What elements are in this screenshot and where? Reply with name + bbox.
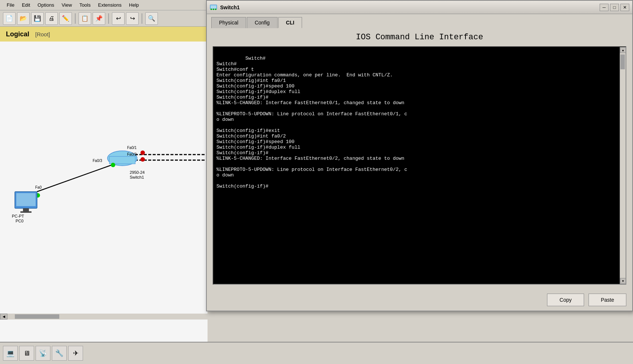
menu-file[interactable]: File — [3, 1, 18, 9]
scroll-thumb-h[interactable] — [15, 314, 59, 319]
copy-cli-button[interactable]: Copy — [547, 294, 584, 306]
new-button[interactable]: 📄 — [3, 12, 16, 25]
copy-button[interactable]: 📋 — [79, 12, 91, 25]
root-label: [Root] — [35, 31, 50, 37]
svg-rect-15 — [16, 193, 36, 206]
undo-button[interactable]: ↩ — [112, 12, 125, 25]
iconbar-btn1[interactable]: 💻 — [3, 346, 18, 361]
zoom-button[interactable]: 🔍 — [145, 12, 158, 25]
terminal-container[interactable]: Switch# Switch# Switch#conf t Enter conf… — [213, 46, 626, 285]
svg-text:Switch1: Switch1 — [130, 175, 144, 179]
cli-terminal[interactable]: Switch# Switch# Switch#conf t Enter conf… — [213, 47, 620, 284]
cli-output: Switch# Switch# Switch#conf t Enter conf… — [216, 56, 407, 189]
svg-text:PC0: PC0 — [16, 219, 23, 223]
minimize-button[interactable]: ─ — [600, 4, 609, 11]
svg-point-5 — [111, 163, 115, 167]
dialog-titlebar: Switch1 ─ □ ✕ — [207, 1, 632, 14]
svg-rect-4 — [109, 156, 135, 164]
iconbar-btn5[interactable]: ✈ — [68, 346, 83, 361]
app: File Edit Options View Tools Extensions … — [0, 0, 633, 364]
svg-text:Fa0/2: Fa0/2 — [127, 152, 137, 156]
workspace-header: Logical [Root] — [0, 27, 208, 42]
iconbar-btn3[interactable]: 📡 — [36, 346, 50, 361]
svg-point-24 — [213, 9, 214, 10]
network-canvas[interactable]: 2950-24 Switch1 Fa0/1 Fa0/2 Fa0/3 PC-PT … — [0, 42, 208, 342]
svg-text:Fa0/1: Fa0/1 — [127, 146, 137, 150]
tab-physical[interactable]: Physical — [211, 17, 246, 28]
tab-cli[interactable]: CLI — [278, 17, 302, 28]
menu-help[interactable]: Help — [125, 1, 143, 9]
scroll-left-btn[interactable]: ◀ — [0, 314, 7, 320]
paste-cli-button[interactable]: Paste — [589, 294, 626, 306]
tab-config[interactable]: Config — [247, 17, 277, 28]
toolbar-sep2 — [108, 13, 109, 24]
svg-point-6 — [140, 150, 145, 155]
svg-point-23 — [211, 9, 212, 10]
svg-rect-22 — [211, 6, 216, 9]
iconbar-btn2[interactable]: 🖥 — [19, 346, 34, 361]
svg-line-2 — [37, 164, 115, 192]
dialog-tabs: Physical Config CLI — [207, 14, 632, 28]
svg-text:PC-PT: PC-PT — [12, 214, 24, 218]
horizontal-scrollbar[interactable]: ◀ — [0, 314, 208, 320]
toolbar-sep1 — [75, 13, 76, 24]
scroll-thumb[interactable] — [620, 54, 625, 69]
switch-dialog: Switch1 ─ □ ✕ Physical Config CLI IOS Co… — [206, 0, 633, 311]
menu-options[interactable]: Options — [34, 1, 58, 9]
menu-view[interactable]: View — [58, 1, 76, 9]
logical-label: Logical — [6, 30, 29, 38]
iconbar-btn4[interactable]: 🔧 — [52, 346, 67, 361]
dialog-buttons: Copy Paste — [207, 289, 632, 311]
dialog-title: Switch1 — [220, 4, 598, 10]
svg-rect-16 — [23, 208, 29, 211]
svg-text:Fa0: Fa0 — [35, 185, 42, 189]
redo-button[interactable]: ↪ — [126, 12, 139, 25]
paste-btn[interactable]: 📌 — [93, 12, 105, 25]
menu-extensions[interactable]: Extensions — [94, 1, 125, 9]
cli-scrollbar[interactable]: ▲ ▼ — [620, 47, 626, 284]
svg-point-25 — [215, 9, 216, 10]
network-diagram: 2950-24 Switch1 Fa0/1 Fa0/2 Fa0/3 PC-PT … — [0, 42, 208, 342]
workspace-area: Logical [Root] — [0, 27, 208, 342]
maximize-button[interactable]: □ — [610, 4, 619, 11]
close-button[interactable]: ✕ — [620, 4, 629, 11]
edit-button[interactable]: ✏️ — [59, 12, 72, 25]
svg-rect-17 — [20, 211, 32, 213]
scroll-down-btn[interactable]: ▼ — [620, 278, 626, 284]
print-button[interactable]: 🖨 — [45, 12, 58, 25]
dialog-icon — [210, 4, 217, 11]
cli-content: IOS Command Line Interface Switch# Switc… — [207, 28, 632, 289]
toolbar-sep3 — [142, 13, 142, 24]
menu-edit[interactable]: Edit — [18, 1, 34, 9]
scroll-up-btn[interactable]: ▲ — [620, 47, 626, 53]
svg-text:Fa0/3: Fa0/3 — [93, 159, 102, 163]
menu-tools[interactable]: Tools — [76, 1, 94, 9]
icon-bar: 💻 🖥 📡 🔧 ✈ — [0, 342, 633, 364]
cli-title: IOS Command Line Interface — [213, 33, 626, 42]
svg-text:2950-24: 2950-24 — [130, 170, 145, 175]
open-button[interactable]: 📂 — [17, 12, 30, 25]
save-button[interactable]: 💾 — [31, 12, 44, 25]
svg-point-7 — [140, 157, 145, 162]
